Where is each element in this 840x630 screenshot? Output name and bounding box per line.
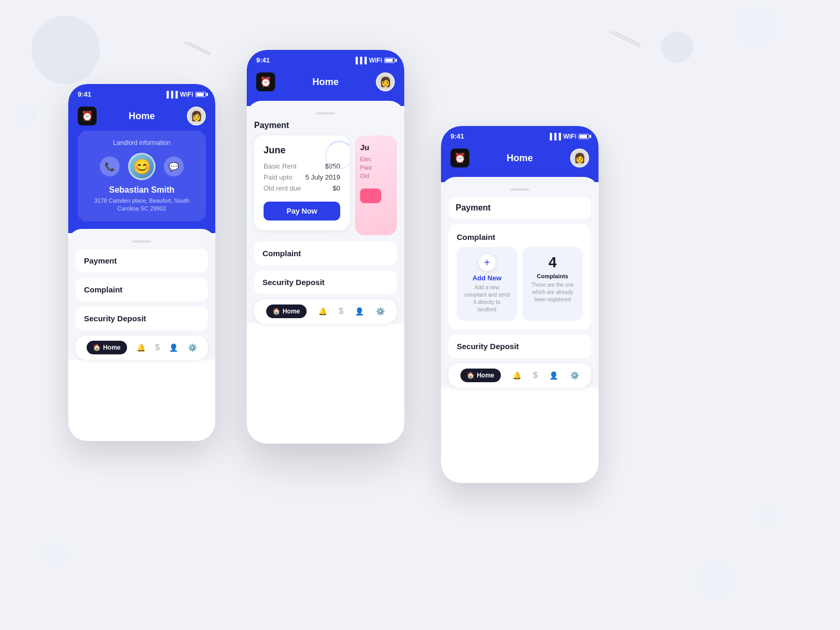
pay-now-button[interactable]: Pay Now: [264, 202, 340, 220]
left-body: Payment Complaint Security Deposit 🏠 Hom…: [68, 229, 215, 360]
nav-dollar-center[interactable]: $: [339, 307, 343, 316]
left-bottom-nav: 🏠 Home 🔔 $ 👤 ⚙️: [76, 335, 208, 360]
home-label-right: Home: [477, 372, 494, 379]
center-app-logo: ⏰: [256, 72, 275, 91]
landlord-name: Sebastian Smith: [86, 185, 197, 195]
nav-bell-center[interactable]: 🔔: [318, 307, 327, 316]
nav-bell-right[interactable]: 🔔: [512, 371, 521, 380]
right-drag-indicator: [510, 188, 529, 191]
nav-person-center[interactable]: 👤: [355, 307, 364, 316]
add-new-label: Add New: [464, 274, 510, 282]
nav-bell-left[interactable]: 🔔: [136, 343, 145, 352]
security-deposit-section-left[interactable]: Security Deposit: [76, 307, 208, 330]
battery-icon: [195, 92, 206, 97]
right-app-logo: ⏰: [450, 149, 469, 167]
center-payment-title: Payment: [254, 121, 397, 130]
paid-upto-label: Paid upto: [264, 173, 292, 181]
basic-rent-label: Basic Rent: [264, 162, 297, 170]
home-icon-left: 🏠: [93, 344, 101, 351]
landlord-label: Landlord information: [86, 139, 197, 146]
svg-line-2: [184, 42, 210, 55]
drag-indicator: [132, 240, 151, 243]
right-wifi-icon: WiFi: [563, 133, 576, 140]
right-phone: 9:41 ▐▐▐ WiFi ⏰ Home 👩 Payment Complaint: [441, 126, 598, 483]
complaints-label: Complaints: [530, 273, 575, 279]
left-time: 9:41: [78, 90, 91, 98]
complaints-number: 4: [530, 254, 575, 271]
center-battery-icon: [384, 58, 395, 63]
signal-icon: ▐▐▐: [164, 91, 178, 98]
paid-upto-row: Paid upto 5 July 2019: [264, 173, 340, 181]
left-status-bar: 9:41 ▐▐▐ WiFi: [78, 84, 206, 101]
right-battery-icon: [579, 134, 589, 139]
nav-dollar-right[interactable]: $: [533, 371, 538, 380]
nav-gear-left[interactable]: ⚙️: [188, 343, 197, 352]
nav-person-left[interactable]: 👤: [169, 343, 178, 352]
right-bottom-nav: 🏠 Home 🔔 $ 👤 ⚙️: [448, 363, 591, 387]
right-payment-section[interactable]: Payment: [448, 197, 591, 219]
center-signal-icon: ▐▐▐: [353, 57, 367, 64]
right-avatar: 👩: [570, 149, 589, 167]
center-header-title: Home: [312, 77, 339, 88]
landlord-card: Landlord information 📞 😊 💬 Sebastian Smi…: [78, 131, 206, 222]
nav-home-right[interactable]: 🏠 Home: [460, 369, 500, 382]
svg-line-0: [609, 32, 640, 47]
landlord-avatar: 😊: [128, 153, 155, 180]
payment-section-left[interactable]: Payment: [76, 249, 208, 272]
nav-home-center[interactable]: 🏠 Home: [266, 304, 306, 318]
pink-payment-card: Ju Elec Paid Old: [355, 135, 397, 235]
nav-person-right[interactable]: 👤: [549, 371, 558, 380]
left-phone: 9:41 ▐▐▐ WiFi ⏰ Home 👩 Landlord informat…: [68, 84, 215, 441]
add-new-desc: Add a new complaint and send it directly…: [464, 284, 510, 313]
home-label-center: Home: [282, 308, 300, 315]
home-icon-right: 🏠: [467, 372, 475, 379]
right-status-icons: ▐▐▐ WiFi: [548, 133, 589, 140]
nav-gear-right[interactable]: ⚙️: [570, 371, 579, 380]
home-label-left: Home: [103, 344, 120, 351]
left-header-row: ⏰ Home 👩: [78, 101, 206, 131]
right-header: 9:41 ▐▐▐ WiFi ⏰ Home 👩: [441, 126, 598, 182]
right-body: Payment Complaint + Add New Add a new co…: [441, 177, 598, 387]
right-signal-icon: ▐▐▐: [548, 133, 561, 140]
center-status-bar: 9:41 ▐▐▐ WiFi: [256, 50, 395, 67]
right-complaint-title: Complaint: [457, 233, 583, 242]
complaint-cards: + Add New Add a new complaint and send i…: [457, 247, 583, 321]
nav-gear-center[interactable]: ⚙️: [376, 307, 385, 316]
spinner-decoration: [325, 141, 350, 170]
left-avatar: 👩: [187, 107, 206, 125]
center-payment-cards: June Basic Rent $950 Paid upto 5 July 20…: [254, 135, 397, 235]
center-avatar: 👩: [376, 72, 395, 91]
center-complaint-section[interactable]: Complaint: [254, 242, 397, 265]
right-header-row: ⏰ Home 👩: [450, 143, 589, 173]
june-payment-card: June Basic Rent $950 Paid upto 5 July 20…: [254, 135, 350, 230]
center-wifi-icon: WiFi: [369, 57, 382, 64]
left-header: 9:41 ▐▐▐ WiFi ⏰ Home 👩 Landlord informat…: [68, 84, 215, 233]
right-security-section[interactable]: Security Deposit: [448, 334, 591, 358]
center-security-section[interactable]: Security Deposit: [254, 270, 397, 294]
complaint-section-left[interactable]: Complaint: [76, 278, 208, 301]
center-header: 9:41 ▐▐▐ WiFi ⏰ Home 👩: [247, 50, 404, 106]
add-new-plus-button[interactable]: +: [479, 254, 496, 271]
landlord-address: 3178 Camden place, Beaufort, South Carol…: [86, 197, 197, 213]
plus-icon: +: [484, 257, 490, 269]
center-status-icons: ▐▐▐ WiFi: [353, 57, 395, 64]
paid-upto-value: 5 July 2019: [306, 173, 341, 181]
message-button[interactable]: 💬: [164, 156, 184, 176]
call-button[interactable]: 📞: [100, 156, 120, 176]
complaints-count-card: 4 Complaints These are the one which are…: [522, 247, 583, 321]
center-header-row: ⏰ Home 👩: [256, 67, 395, 97]
center-time: 9:41: [256, 56, 270, 64]
right-time: 9:41: [450, 132, 464, 140]
center-bottom-nav: 🏠 Home 🔔 $ 👤 ⚙️: [254, 299, 397, 323]
landlord-actions: 📞 😊 💬: [86, 153, 197, 180]
left-status-icons: ▐▐▐ WiFi: [164, 91, 206, 98]
complaints-desc: These are the one which are already been…: [530, 281, 575, 303]
home-icon-center: 🏠: [272, 308, 280, 315]
right-complaint-section: Complaint + Add New Add a new complaint …: [448, 224, 591, 329]
nav-dollar-left[interactable]: $: [155, 343, 160, 352]
left-app-logo: ⏰: [78, 107, 97, 125]
add-new-card[interactable]: + Add New Add a new complaint and send i…: [457, 247, 517, 321]
nav-home-left[interactable]: 🏠 Home: [87, 341, 127, 354]
old-rent-label: Old rent due: [264, 184, 301, 192]
old-rent-value: $0: [333, 184, 340, 192]
